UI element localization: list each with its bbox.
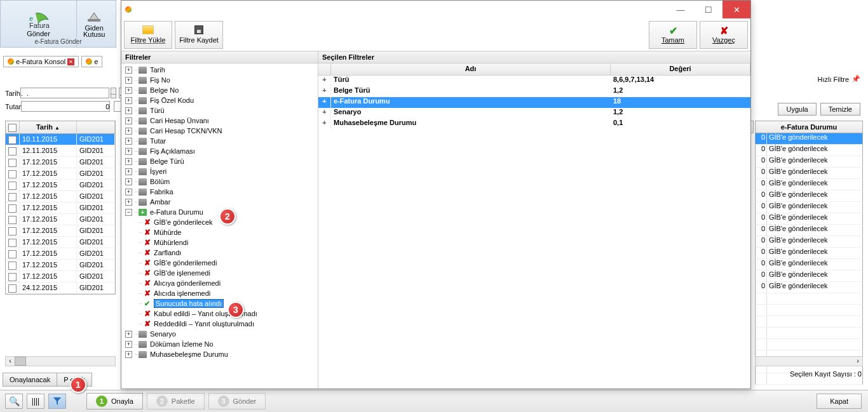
- tree-node[interactable]: +┈Bölüm: [121, 176, 318, 187]
- tree-node[interactable]: +┈Tarih: [121, 65, 318, 75]
- tree-child[interactable]: ┈✔Sunucuda hata alındı: [121, 298, 318, 309]
- plus-icon[interactable]: +: [318, 97, 331, 108]
- table-row[interactable]: 0GİB'e gönderilecek: [755, 225, 863, 236]
- tree-node[interactable]: +┈Fiş Özel Kodu: [121, 95, 318, 105]
- row-checkbox[interactable]: [8, 250, 17, 258]
- table-row[interactable]: 0GİB'e gönderilecek: [755, 259, 863, 270]
- row-checkbox[interactable]: [8, 182, 17, 190]
- table-row[interactable]: 0GİB'e gönderilecek: [755, 213, 863, 225]
- expand-icon[interactable]: +: [125, 331, 132, 338]
- gonder-step[interactable]: 3Gönder: [208, 393, 266, 409]
- minimize-button[interactable]: —: [667, 1, 695, 18]
- barcode-icon-button[interactable]: ||||: [27, 394, 44, 409]
- table-row[interactable]: 0GİB'e gönderilecek: [755, 282, 863, 293]
- expand-icon[interactable]: +: [125, 97, 132, 104]
- table-row[interactable]: 17.12.2015 GID201: [6, 271, 115, 282]
- row-checkbox[interactable]: [8, 227, 17, 236]
- tree-node[interactable]: +┈Cari Hesap TCKN/VKN: [121, 126, 318, 136]
- table-row[interactable]: 24.12.2015 GID201: [6, 282, 115, 294]
- plus-icon[interactable]: +: [318, 108, 331, 119]
- tree-node[interactable]: +┈Fiş No: [121, 75, 318, 85]
- collapse-icon[interactable]: −: [125, 209, 132, 216]
- table-row[interactable]: 0GİB'e gönderilecek: [755, 168, 863, 179]
- table-row[interactable]: 0GİB'e gönderilecek: [755, 156, 863, 168]
- vazgec-button[interactable]: ✘ Vazgeç: [700, 21, 748, 49]
- left-scrollbar[interactable]: ‹: [5, 356, 116, 366]
- tab-2[interactable]: e: [81, 56, 102, 67]
- temizle-button[interactable]: Temizle: [820, 103, 860, 116]
- table-row[interactable]: 0GİB'e gönderilecek: [755, 133, 863, 145]
- table-row[interactable]: 0GİB'e gönderilecek: [755, 190, 863, 202]
- tree-child[interactable]: ┈✘Mühürde: [121, 227, 318, 237]
- tutar-from-input[interactable]: [21, 101, 110, 112]
- plus-icon[interactable]: +: [318, 119, 331, 130]
- paketle-step[interactable]: 2Paketle: [147, 393, 205, 409]
- expand-icon[interactable]: +: [125, 158, 132, 165]
- expand-icon[interactable]: +: [125, 178, 132, 185]
- col-tarih[interactable]: Tarih ▲: [20, 121, 77, 133]
- expand-icon[interactable]: +: [125, 341, 132, 348]
- tarih-picker-btn[interactable]: ...: [111, 88, 117, 98]
- expand-icon[interactable]: +: [125, 199, 132, 206]
- tree-child[interactable]: ┈✘GİB'de işlenemedi: [121, 268, 318, 278]
- pin-icon[interactable]: 📌: [851, 75, 860, 83]
- tree-node[interactable]: +┈Cari Hesap Ünvanı: [121, 116, 318, 126]
- plus-icon[interactable]: +: [318, 76, 331, 86]
- table-row[interactable]: 0GİB'e gönderilecek: [755, 248, 863, 259]
- table-row[interactable]: 10.11.2015 GID201: [6, 134, 115, 145]
- expand-icon[interactable]: +: [125, 189, 132, 196]
- row-checkbox[interactable]: [8, 216, 17, 224]
- table-row[interactable]: 17.12.2015 GID201: [6, 248, 115, 260]
- filter-icon-button[interactable]: [48, 394, 66, 409]
- tree-child[interactable]: ┈✘Kabul edildi – Yanıt oluşturulmadı: [121, 309, 318, 319]
- dialog-titlebar[interactable]: — ☐ ✕: [121, 1, 750, 18]
- tree-node[interactable]: +┈Belge Türü: [121, 156, 318, 166]
- tab-efatura-konsol[interactable]: e-Fatura Konsol ✕: [3, 56, 79, 67]
- row-checkbox[interactable]: [8, 193, 17, 201]
- table-row[interactable]: 0GİB'e gönderilecek: [755, 236, 863, 248]
- tamam-button[interactable]: ✔ Tamam: [649, 21, 697, 49]
- table-row[interactable]: 17.12.2015 GID201: [6, 214, 115, 225]
- tree-node[interactable]: +┈Senaryo: [121, 329, 318, 339]
- col-degeri[interactable]: Değeri: [611, 63, 750, 75]
- expand-icon[interactable]: +: [125, 77, 132, 84]
- expand-icon[interactable]: +: [125, 148, 132, 155]
- tree-node[interactable]: +┈İşyeri: [121, 166, 318, 176]
- tree-node[interactable]: +┈Fabrika: [121, 187, 318, 197]
- row-checkbox[interactable]: [8, 136, 17, 144]
- filtre-yukle-button[interactable]: Filtre Yükle: [124, 21, 172, 49]
- table-row[interactable]: 17.12.2015 GID201: [6, 225, 115, 237]
- tarih-from-input[interactable]: [20, 88, 109, 98]
- tree-child[interactable]: ┈✘Zarflandı: [121, 248, 318, 258]
- row-checkbox[interactable]: [8, 273, 17, 281]
- table-row[interactable]: 17.12.2015 GID201: [6, 168, 115, 180]
- row-checkbox[interactable]: [8, 170, 17, 178]
- selected-filter-row[interactable]: +Belge Türü1,2: [318, 86, 750, 97]
- right-scrollbar[interactable]: ›: [755, 356, 863, 366]
- select-all-checkbox[interactable]: [8, 124, 17, 132]
- table-row[interactable]: 0GİB'e gönderilecek: [755, 145, 863, 156]
- tree-node[interactable]: +┈Tutar: [121, 136, 318, 146]
- table-row[interactable]: 17.12.2015 GID201: [6, 237, 115, 248]
- row-checkbox[interactable]: [8, 284, 17, 293]
- search-icon-button[interactable]: 🔍: [5, 394, 23, 409]
- expand-icon[interactable]: +: [125, 138, 132, 145]
- tree-node[interactable]: +┈Belge No: [121, 85, 318, 95]
- expand-icon[interactable]: +: [125, 117, 132, 124]
- tree-child[interactable]: ┈✘Mühürlendi: [121, 237, 318, 248]
- uygula-button[interactable]: Uygula: [778, 103, 816, 116]
- tree-node[interactable]: +┈Döküman İzleme No: [121, 339, 318, 349]
- row-checkbox[interactable]: [8, 262, 17, 270]
- selected-filter-row[interactable]: +Senaryo1,2: [318, 108, 750, 119]
- expand-icon[interactable]: +: [125, 107, 132, 114]
- col-adi[interactable]: Adı: [331, 63, 611, 75]
- tree-child[interactable]: ┈✘GİB'e gönderilemedi: [121, 258, 318, 268]
- table-row[interactable]: 17.12.2015 GID201: [6, 260, 115, 271]
- table-row[interactable]: 12.11.2015 GID201: [6, 145, 115, 157]
- tree-child[interactable]: ┈✘Alıcıya gönderilemedi: [121, 278, 318, 288]
- selected-filter-row[interactable]: +Türü8,6,9,7,13,14: [318, 76, 750, 86]
- table-row[interactable]: 17.12.2015 GID201: [6, 157, 115, 168]
- table-row[interactable]: 0GİB'e gönderilecek: [755, 270, 863, 282]
- tree-node[interactable]: +┈Ambar: [121, 197, 318, 207]
- col-efatura-durumu[interactable]: e-Fatura Durumu: [755, 121, 863, 133]
